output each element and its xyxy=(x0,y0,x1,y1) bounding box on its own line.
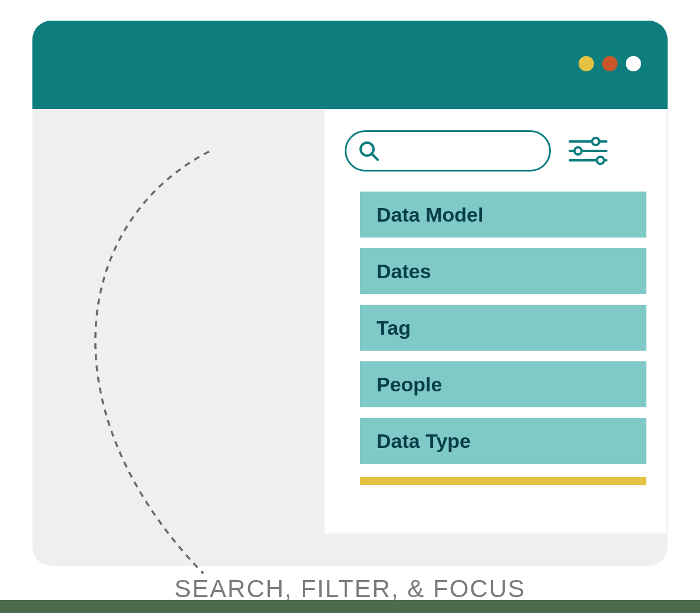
filter-item-label: Dates xyxy=(377,260,431,283)
window-maximize-button[interactable] xyxy=(602,56,618,71)
filter-settings-button[interactable] xyxy=(567,133,609,169)
filter-item-label: People xyxy=(377,373,442,396)
search-icon xyxy=(357,139,381,163)
window-minimize-button[interactable] xyxy=(579,56,594,71)
search-filter-panel: Data Model Dates Tag People Data Type xyxy=(325,109,666,533)
filter-item-data-type[interactable]: Data Type xyxy=(360,418,646,464)
filter-item-label: Tag xyxy=(377,317,411,340)
filter-item-label: Data Type xyxy=(377,430,471,453)
window-controls xyxy=(579,56,641,71)
search-row xyxy=(345,130,646,172)
footer-bar xyxy=(0,600,700,613)
svg-point-6 xyxy=(574,147,582,154)
app-window: Data Model Dates Tag People Data Type xyxy=(32,21,668,566)
filter-item-dates[interactable]: Dates xyxy=(360,248,646,294)
accent-divider xyxy=(360,477,646,485)
window-close-button[interactable] xyxy=(626,56,641,71)
search-input-container[interactable] xyxy=(345,130,551,172)
svg-line-1 xyxy=(372,154,378,160)
svg-point-7 xyxy=(597,157,604,164)
caption-text: SEARCH, FILTER, & FOCUS xyxy=(0,575,700,603)
filter-category-list: Data Model Dates Tag People Data Type xyxy=(345,192,646,464)
filter-item-people[interactable]: People xyxy=(360,361,646,407)
svg-point-5 xyxy=(592,138,599,145)
filter-item-label: Data Model xyxy=(377,203,483,226)
search-input[interactable] xyxy=(381,143,539,159)
window-titlebar xyxy=(32,21,668,109)
filter-item-tag[interactable]: Tag xyxy=(360,305,646,351)
filter-item-data-model[interactable]: Data Model xyxy=(360,192,646,238)
sliders-icon xyxy=(567,137,609,165)
